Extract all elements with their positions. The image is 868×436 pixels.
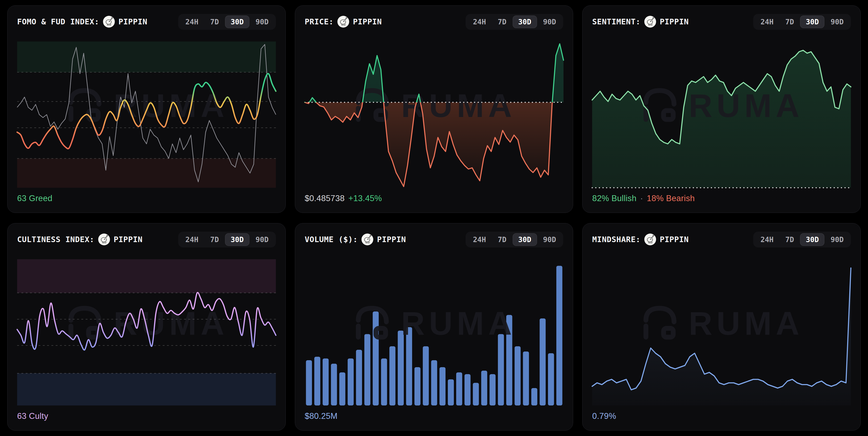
panel-title-text: CULTINESS INDEX:: [17, 235, 94, 244]
range-30d-button[interactable]: 30D: [513, 16, 537, 28]
mindshare-chart: RUMA: [592, 259, 851, 405]
panel-title: FOMO & FUD INDEX: PIPPIN: [17, 16, 148, 28]
panel-grid: FOMO & FUD INDEX: PIPPIN 24H 7D 30D 90D …: [7, 5, 861, 431]
panel-fomo-fud-index: FOMO & FUD INDEX: PIPPIN 24H 7D 30D 90D …: [7, 5, 286, 213]
range-90d-button[interactable]: 90D: [250, 16, 274, 28]
range-30d-button[interactable]: 30D: [513, 233, 537, 246]
index-value-label: 63 Greed: [17, 194, 53, 203]
pippin-token-icon: [337, 16, 349, 28]
range-24h-button[interactable]: 24H: [755, 233, 779, 246]
panel-title-text: FOMO & FUD INDEX:: [17, 17, 99, 26]
range-7d-button[interactable]: 7D: [492, 233, 512, 246]
chart-footer: 63 Greed: [17, 194, 53, 203]
time-range-selector: 24H 7D 30D 90D: [178, 14, 276, 30]
time-range-selector: 24H 7D 30D 90D: [753, 232, 851, 248]
range-90d-button[interactable]: 90D: [537, 16, 562, 28]
range-24h-button[interactable]: 24H: [467, 233, 492, 246]
panel-title: SENTIMENT: PIPPIN: [592, 16, 689, 28]
chart-footer: 63 Culty: [17, 411, 48, 421]
ruma-dashboard: FOMO & FUD INDEX: PIPPIN 24H 7D 30D 90D …: [0, 0, 868, 436]
range-30d-button[interactable]: 30D: [800, 233, 825, 246]
culty-value-label: 63 Culty: [17, 411, 48, 421]
mindshare-value-label: 0.79%: [592, 411, 616, 421]
time-range-selector: 24H 7D 30D 90D: [466, 232, 563, 248]
panel-title: CULTINESS INDEX: PIPPIN: [17, 234, 143, 245]
range-30d-button[interactable]: 30D: [225, 16, 249, 28]
range-7d-button[interactable]: 7D: [205, 16, 225, 28]
volume-value-label: $80.25M: [305, 411, 338, 421]
bullish-label: 82% Bullish: [592, 194, 636, 203]
token-name: PIPPIN: [119, 17, 148, 26]
price-change-label: +13.45%: [348, 194, 382, 203]
pippin-token-icon: [644, 234, 656, 245]
token-name: PIPPIN: [660, 17, 689, 26]
panel-title-text: SENTIMENT:: [592, 17, 640, 26]
chart-footer: 82% Bullish · 18% Bearish: [592, 194, 694, 203]
range-24h-button[interactable]: 24H: [467, 16, 492, 28]
panel-header: PRICE: PIPPIN 24H 7D 30D 90D: [305, 13, 563, 30]
panel-header: FOMO & FUD INDEX: PIPPIN 24H 7D 30D 90D: [17, 13, 276, 30]
range-90d-button[interactable]: 90D: [825, 16, 849, 28]
panel-header: MINDSHARE: PIPPIN 24H 7D 30D 90D: [592, 231, 851, 248]
range-7d-button[interactable]: 7D: [492, 16, 512, 28]
pippin-token-icon: [103, 16, 115, 28]
volume-chart: RUMA: [305, 259, 563, 405]
panel-price: PRICE: PIPPIN 24H 7D 30D 90D RUMA $0.485…: [295, 5, 574, 213]
chart-footer: 0.79%: [592, 411, 616, 421]
bearish-label: 18% Bearish: [647, 194, 694, 203]
range-90d-button[interactable]: 90D: [537, 233, 562, 246]
chart-footer: $80.25M: [305, 411, 338, 421]
panel-cultiness-index: CULTINESS INDEX: PIPPIN 24H 7D 30D 90D R…: [7, 223, 286, 431]
range-7d-button[interactable]: 7D: [780, 233, 800, 246]
panel-title-text: MINDSHARE:: [592, 235, 640, 244]
range-24h-button[interactable]: 24H: [180, 233, 204, 246]
range-7d-button[interactable]: 7D: [780, 16, 800, 28]
panel-title: PRICE: PIPPIN: [305, 16, 382, 28]
time-range-selector: 24H 7D 30D 90D: [178, 232, 276, 248]
panel-mindshare: MINDSHARE: PIPPIN 24H 7D 30D 90D RUMA 0.…: [582, 223, 861, 431]
pippin-token-icon: [362, 234, 373, 245]
time-range-selector: 24H 7D 30D 90D: [466, 14, 563, 30]
panel-title: MINDSHARE: PIPPIN: [592, 234, 689, 245]
token-name: PIPPIN: [660, 235, 689, 244]
panel-title-text: PRICE:: [305, 17, 334, 26]
pippin-token-icon: [98, 234, 110, 245]
token-name: PIPPIN: [377, 235, 406, 244]
time-range-selector: 24H 7D 30D 90D: [753, 14, 851, 30]
range-90d-button[interactable]: 90D: [825, 233, 849, 246]
pippin-token-icon: [644, 16, 656, 28]
price-chart: RUMA: [305, 41, 563, 188]
range-7d-button[interactable]: 7D: [205, 233, 225, 246]
cultiness-chart: RUMA: [17, 259, 276, 405]
price-value-label: $0.485738: [305, 194, 345, 203]
range-30d-button[interactable]: 30D: [800, 16, 825, 28]
panel-header: SENTIMENT: PIPPIN 24H 7D 30D 90D: [592, 13, 851, 30]
sentiment-chart: RUMA: [592, 41, 851, 188]
panel-title-text: VOLUME ($):: [305, 235, 358, 244]
chart-footer: $0.485738 +13.45%: [305, 194, 382, 203]
range-90d-button[interactable]: 90D: [250, 233, 274, 246]
panel-header: CULTINESS INDEX: PIPPIN 24H 7D 30D 90D: [17, 231, 276, 248]
dot-separator: ·: [640, 194, 643, 203]
range-24h-button[interactable]: 24H: [180, 16, 204, 28]
panel-title: VOLUME ($): PIPPIN: [305, 234, 406, 245]
token-name: PIPPIN: [114, 235, 143, 244]
panel-header: VOLUME ($): PIPPIN 24H 7D 30D 90D: [305, 231, 563, 248]
token-name: PIPPIN: [353, 17, 382, 26]
panel-sentiment: SENTIMENT: PIPPIN 24H 7D 30D 90D RUMA 82…: [582, 5, 861, 213]
panel-volume: VOLUME ($): PIPPIN 24H 7D 30D 90D RUMA $…: [295, 223, 574, 431]
fomo-fud-chart: RUMA: [17, 41, 276, 188]
range-24h-button[interactable]: 24H: [755, 16, 779, 28]
range-30d-button[interactable]: 30D: [225, 233, 249, 246]
